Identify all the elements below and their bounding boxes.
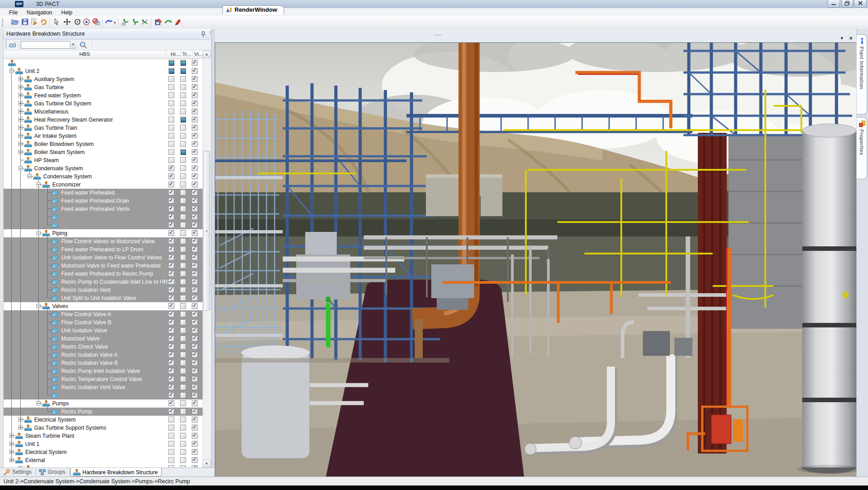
- tree-expander-plus[interactable]: [18, 101, 23, 105]
- tab-list-dropdown-icon[interactable]: ▼: [838, 35, 845, 42]
- checkbox-hi[interactable]: ✓: [168, 303, 174, 309]
- checkbox-hi[interactable]: [168, 449, 174, 455]
- checkbox-tr[interactable]: [180, 352, 186, 358]
- checkbox-vi[interactable]: ✓: [192, 311, 198, 317]
- checkbox-hi[interactable]: ✓: [168, 279, 174, 285]
- tree-expander-minus[interactable]: [9, 69, 14, 73]
- checkbox-hi[interactable]: ✓: [168, 271, 174, 277]
- checkbox-vi[interactable]: ✓: [192, 408, 198, 414]
- checkbox-tr[interactable]: [180, 68, 186, 74]
- tree-row[interactable]: Gas Turbine Train✓: [4, 124, 203, 132]
- tree-row[interactable]: Boiler Steam System✓: [4, 148, 203, 156]
- tree-row[interactable]: External✓: [4, 456, 203, 464]
- checkbox-tr[interactable]: [180, 109, 186, 114]
- checkbox-hi[interactable]: ✓: [168, 376, 174, 382]
- search-binoculars-icon[interactable]: [9, 41, 17, 50]
- checkbox-vi[interactable]: ✓: [192, 214, 198, 220]
- checkbox-tr[interactable]: [180, 344, 186, 349]
- walk-mode-icon[interactable]: [122, 18, 131, 27]
- toolbar-grip[interactable]: [2, 18, 3, 27]
- tree-row[interactable]: Electrical System✓: [4, 416, 203, 424]
- tree-row[interactable]: ✓: [4, 464, 203, 467]
- checkbox-tr[interactable]: [180, 336, 186, 341]
- panel-tab-hardware-breakdown-structure[interactable]: Hardware Breakdown Structure: [70, 468, 162, 476]
- checkbox-vi[interactable]: ✓: [192, 344, 198, 349]
- tree-expander-minus[interactable]: [36, 401, 41, 405]
- checkbox-vi[interactable]: ✓: [192, 157, 198, 163]
- tree-expander-minus[interactable]: [27, 174, 32, 178]
- run-mode-icon[interactable]: [131, 18, 140, 27]
- checkbox-tr[interactable]: [180, 222, 186, 228]
- tree-expander-plus[interactable]: [18, 85, 23, 89]
- checkbox-vi[interactable]: ✓: [192, 246, 198, 252]
- checkbox-tr[interactable]: [180, 214, 186, 220]
- checkbox-vi[interactable]: ✓: [192, 60, 198, 66]
- search-magnifier-icon[interactable]: [79, 41, 88, 51]
- checkbox-vi[interactable]: ✓: [192, 133, 198, 139]
- checkbox-hi[interactable]: [168, 117, 174, 122]
- checkbox-vi[interactable]: ✓: [192, 360, 198, 366]
- tree-row[interactable]: Flow Control Valve A✓✓: [4, 310, 203, 318]
- render-close-icon[interactable]: ×: [847, 35, 854, 42]
- checkbox-hi[interactable]: [168, 425, 174, 431]
- tree-row[interactable]: Gas Turbine✓: [4, 83, 203, 91]
- restore-button[interactable]: [841, 0, 853, 8]
- checkbox-hi[interactable]: ✓: [168, 173, 174, 179]
- search-combobox[interactable]: [21, 41, 76, 49]
- close-button[interactable]: [854, 0, 867, 8]
- tree-row[interactable]: Miscellaneous✓: [4, 108, 203, 116]
- tree-row[interactable]: Recirc Pump✓✓: [4, 408, 203, 416]
- tree-row[interactable]: Boiler Blowdown System✓: [4, 140, 203, 148]
- checkbox-vi[interactable]: ✓: [192, 319, 198, 325]
- checkbox-hi[interactable]: [168, 157, 174, 163]
- checkbox-vi[interactable]: ✓: [192, 254, 198, 260]
- tree-row[interactable]: ✓✓: [4, 391, 203, 399]
- checkbox-hi[interactable]: ✓: [168, 222, 174, 228]
- tree-row[interactable]: Recirc Isolation Valve B✓✓: [4, 359, 203, 367]
- tree-expander-plus[interactable]: [18, 466, 23, 467]
- checkbox-vi[interactable]: ✓: [192, 400, 198, 406]
- tree-row[interactable]: Recirc Pump to Condensate Inlet Line to …: [4, 278, 203, 286]
- column-vi[interactable]: Vi...: [194, 51, 203, 57]
- checkbox-hi[interactable]: [168, 76, 174, 82]
- checkbox-hi[interactable]: ✓: [168, 352, 174, 358]
- checkbox-vi[interactable]: ✓: [192, 181, 198, 187]
- checkbox-tr[interactable]: [180, 190, 186, 195]
- checkbox-tr[interactable]: [180, 303, 186, 309]
- tree-expander-plus[interactable]: [18, 93, 23, 97]
- checkbox-hi[interactable]: ✓: [168, 190, 174, 195]
- checkbox-vi[interactable]: ✓: [192, 100, 198, 106]
- column-hi[interactable]: Hi...: [171, 51, 180, 57]
- vertical-tab-properties[interactable]: Properties: [856, 117, 867, 179]
- save-icon[interactable]: [21, 18, 30, 27]
- checkbox-hi[interactable]: ✓: [168, 327, 174, 333]
- checkbox-vi[interactable]: ✓: [192, 287, 198, 293]
- checkbox-tr[interactable]: [180, 271, 186, 277]
- tree-row[interactable]: Recirc Check Valve✓✓: [4, 343, 203, 351]
- tab-renderwindow[interactable]: RenderWindow: [222, 5, 284, 14]
- orbit-view-icon[interactable]: [73, 18, 82, 27]
- annotate-icon[interactable]: [174, 18, 183, 27]
- refresh-icon[interactable]: [40, 18, 49, 27]
- checkbox-vi[interactable]: ✓: [192, 449, 198, 455]
- checkbox-tr[interactable]: [180, 84, 186, 90]
- tree-row[interactable]: HP Steam✓: [4, 156, 203, 164]
- checkbox-hi[interactable]: ✓: [168, 254, 174, 260]
- tree-expander-plus[interactable]: [18, 109, 23, 113]
- redo-action-icon[interactable]: [164, 18, 173, 27]
- checkbox-vi[interactable]: ✓: [192, 295, 198, 301]
- checkbox-hi[interactable]: [168, 133, 174, 139]
- checkbox-hi[interactable]: ✓: [168, 287, 174, 293]
- checkbox-vi[interactable]: ✓: [192, 417, 198, 422]
- checkbox-vi[interactable]: ✓: [192, 92, 198, 98]
- search-grip[interactable]: [5, 41, 7, 49]
- menu-help[interactable]: Help: [57, 9, 77, 17]
- checkbox-vi[interactable]: ✓: [192, 384, 198, 390]
- checkbox-tr[interactable]: [180, 441, 186, 447]
- checkbox-vi[interactable]: ✓: [192, 263, 198, 268]
- checkbox-vi[interactable]: ✓: [192, 149, 198, 155]
- fly-mode-dropdown-icon[interactable]: ▾: [114, 21, 116, 25]
- fly-mode-icon[interactable]: [105, 18, 114, 27]
- checkbox-hi[interactable]: [168, 417, 174, 422]
- checkbox-tr[interactable]: [180, 149, 186, 155]
